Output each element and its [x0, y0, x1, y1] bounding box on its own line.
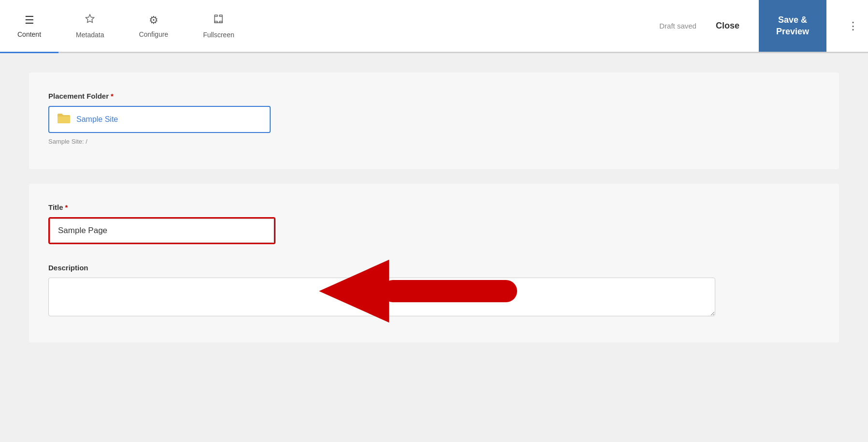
- configure-icon: ⚙: [149, 14, 159, 27]
- save-preview-button[interactable]: Save & Preview: [759, 0, 826, 52]
- content-icon: ☰: [25, 14, 34, 27]
- folder-icon: [57, 113, 71, 126]
- svg-rect-4: [382, 280, 517, 302]
- svg-rect-0: [215, 15, 217, 16]
- tab-configure[interactable]: ⚙ Configure: [121, 0, 186, 53]
- toolbar: ☰ Content Metadata ⚙ Configure Fullscree…: [0, 0, 868, 53]
- title-required-star: *: [65, 203, 68, 211]
- title-field-wrapper: [48, 217, 275, 244]
- folder-path-text: Sample Site: /: [48, 138, 820, 145]
- placement-folder-section: Placement Folder* Sample Site Sample Sit…: [29, 73, 839, 169]
- title-field-label: Title*: [48, 203, 820, 211]
- tab-content-label: Content: [17, 30, 41, 38]
- more-options-button[interactable]: ⋮: [838, 0, 868, 52]
- arrow-annotation: [319, 260, 527, 323]
- tab-content[interactable]: ☰ Content: [0, 0, 58, 53]
- title-section: Title* Description: [29, 184, 839, 342]
- toolbar-right: Draft saved Close Save & Preview ⋮: [659, 0, 868, 52]
- tab-metadata[interactable]: Metadata: [58, 0, 121, 53]
- main-content: Placement Folder* Sample Site Sample Sit…: [0, 53, 868, 442]
- tab-fullscreen-label: Fullscreen: [203, 31, 234, 39]
- more-icon: ⋮: [848, 20, 858, 32]
- placement-required-star: *: [111, 92, 114, 100]
- close-button[interactable]: Close: [708, 21, 747, 31]
- placement-folder-label: Placement Folder*: [48, 92, 820, 100]
- tab-metadata-label: Metadata: [76, 31, 104, 39]
- tab-fullscreen[interactable]: Fullscreen: [186, 0, 252, 53]
- draft-saved-status: Draft saved: [659, 22, 696, 30]
- svg-rect-1: [219, 15, 222, 16]
- tab-configure-label: Configure: [139, 30, 168, 38]
- svg-marker-5: [319, 260, 389, 323]
- fullscreen-icon: [213, 14, 224, 27]
- folder-name-text: Sample Site: [76, 115, 118, 124]
- metadata-icon: [85, 14, 95, 27]
- placement-folder-input[interactable]: Sample Site: [48, 106, 271, 133]
- title-input[interactable]: [50, 219, 274, 243]
